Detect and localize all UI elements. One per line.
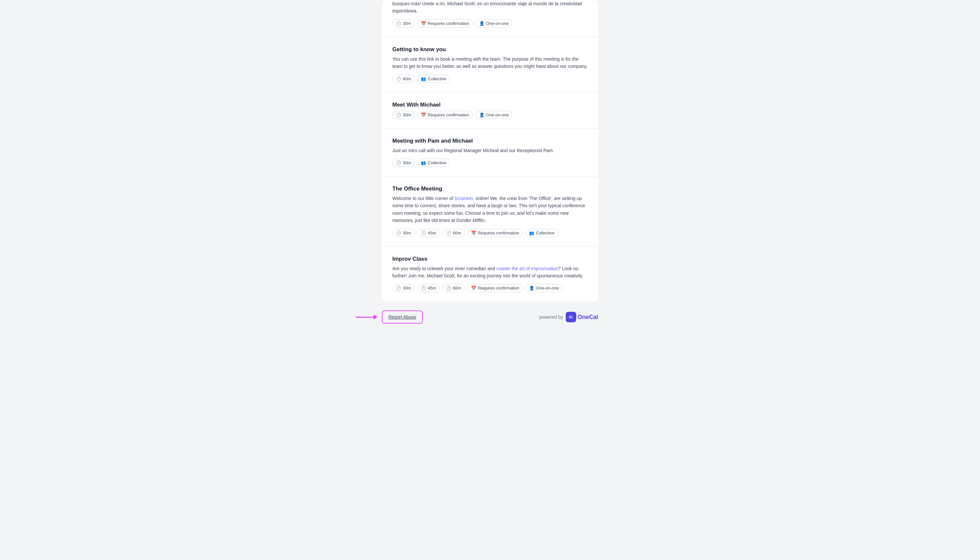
- badge-duration-45: 🕐 45m: [417, 229, 439, 237]
- badge-confirmation: 📅 Requires confirmation: [417, 19, 473, 28]
- person-icon: 👤: [529, 285, 534, 290]
- clock-icon: 🕐: [396, 21, 401, 26]
- clock-icon: 🕐: [446, 285, 451, 290]
- person-icon: 👤: [479, 21, 484, 26]
- report-abuse-wrapper: Report Abuse: [382, 310, 423, 323]
- event-office-meeting: The Office Meeting Welcome to our little…: [382, 177, 598, 247]
- event-desc: You can use this link to book a meeting …: [392, 55, 588, 70]
- badge-collective: 👥 Collective: [417, 75, 450, 83]
- clock-icon: 🕐: [421, 230, 426, 235]
- partial-event-desc: busques más! Unete a mí, Michael Scott, …: [392, 0, 588, 15]
- report-abuse-button[interactable]: Report Abuse: [382, 310, 423, 323]
- calendar-icon: 📅: [421, 112, 426, 117]
- event-title: The Office Meeting: [392, 185, 588, 192]
- event-title: Getting to know you: [392, 46, 588, 53]
- person-group-icon: 👥: [421, 160, 426, 165]
- powered-by-label: powered by: [539, 315, 563, 320]
- calendar-icon: 📅: [421, 21, 426, 26]
- badge-collective: 👥 Collective: [526, 229, 558, 237]
- person-group-icon: 👥: [421, 77, 426, 81]
- badge-duration-60: 🕐 60m: [443, 229, 465, 237]
- arrow-indicator: [356, 315, 378, 319]
- onecal-icon: 01: [566, 312, 576, 322]
- event-badges: 🕐 30m 🕐 45m 🕐 60m 📅 Requires confirmatio…: [392, 284, 588, 292]
- event-badges: 🕐 30m 📅 Requires confirmation 👤 One-on-o…: [392, 111, 588, 119]
- badge-duration-30: 🕐 30m: [392, 284, 414, 292]
- badge-duration: 🕐 30m: [392, 159, 414, 167]
- clock-icon: 🕐: [396, 285, 401, 290]
- arrow-shaft: [356, 317, 374, 318]
- event-badges: 🕐 30m 🕐 45m 🕐 60m 📅 Requires confirmatio…: [392, 229, 588, 237]
- badge-type: 👤 One-on-one: [476, 19, 512, 28]
- calendar-icon: 📅: [471, 285, 476, 290]
- partial-event-badges: 🕐 30m 📅 Requires confirmation 👤 One-on-o…: [392, 19, 588, 28]
- onecal-brand-name: OneCal: [577, 314, 598, 321]
- badge-duration: 🕐 60m: [392, 75, 414, 83]
- clock-icon: 🕐: [396, 230, 401, 235]
- event-improv-class: Improv Class Are you ready to unleash yo…: [382, 247, 598, 302]
- badge-confirmation: 📅 Requires confirmation: [417, 111, 473, 119]
- badge-duration: 🕐 30m: [392, 111, 414, 119]
- person-group-icon: 👥: [529, 230, 534, 235]
- clock-icon: 🕐: [421, 285, 426, 290]
- partial-top-event: busques más! Unete a mí, Michael Scott, …: [382, 0, 598, 37]
- event-badges: 🕐 30m 👥 Collective: [392, 159, 588, 167]
- badge-type: 👤 One-on-one: [476, 111, 512, 119]
- event-desc: Are you ready to unleash your inner come…: [392, 265, 588, 280]
- event-title: Meeting with Pam and Michael: [392, 138, 588, 144]
- onecal-brand-one: One: [577, 314, 589, 320]
- event-getting-to-know: Getting to know you You can use this lin…: [382, 37, 598, 92]
- calendar-icon: 📅: [471, 230, 476, 235]
- badge-type: 👤 One-on-one: [526, 284, 562, 292]
- event-title: Meet With Michael: [392, 102, 588, 108]
- footer: Report Abuse powered by 01 OneCal: [382, 301, 598, 327]
- event-title: Improv Class: [392, 256, 588, 262]
- clock-icon: 🕐: [396, 112, 401, 117]
- badge-confirmation: 📅 Requires confirmation: [468, 284, 523, 292]
- page-wrapper: busques más! Unete a mí, Michael Scott, …: [375, 0, 605, 340]
- person-icon: 👤: [479, 112, 484, 117]
- event-pam-michael: Meeting with Pam and Michael Just an int…: [382, 128, 598, 177]
- badge-confirmation: 📅 Requires confirmation: [468, 229, 523, 237]
- onecal-icon-text: 01: [569, 315, 573, 319]
- arrow-head: [374, 315, 378, 319]
- improvisation-link[interactable]: master the art of improvisation: [497, 266, 558, 271]
- badge-duration-60: 🕐 60m: [443, 284, 465, 292]
- badge-duration: 🕐 30m: [392, 19, 414, 28]
- onecal-logo: 01 OneCal: [566, 312, 598, 322]
- scranton-link[interactable]: Scranton: [454, 196, 473, 201]
- clock-icon: 🕐: [446, 230, 451, 235]
- badge-duration-30: 🕐 30m: [392, 229, 414, 237]
- powered-by: powered by 01 OneCal: [539, 312, 598, 322]
- event-desc: Welcome to our little corner of Scranton…: [392, 195, 588, 224]
- event-list: busques más! Unete a mí, Michael Scott, …: [382, 0, 598, 301]
- badge-collective: 👥 Collective: [417, 159, 450, 167]
- badge-duration-45: 🕐 45m: [417, 284, 439, 292]
- event-badges: 🕐 60m 👥 Collective: [392, 75, 588, 83]
- clock-icon: 🕐: [396, 77, 401, 81]
- event-meet-michael: Meet With Michael 🕐 30m 📅 Requires confi…: [382, 92, 598, 128]
- event-desc: Just an intro call with our Regional Man…: [392, 147, 588, 154]
- clock-icon: 🕐: [396, 160, 401, 165]
- onecal-brand-cal: Cal: [589, 314, 598, 320]
